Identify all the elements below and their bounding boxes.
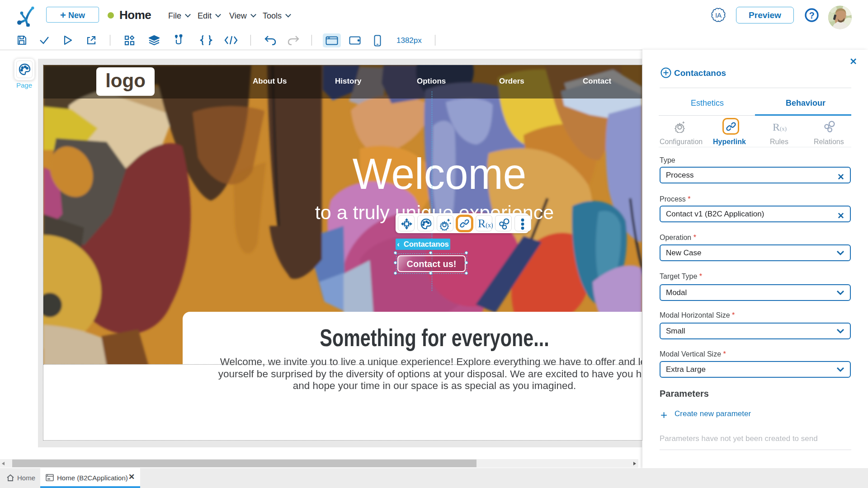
svg-text:?: ? [809,10,814,20]
svg-text:IA: IA [715,11,722,19]
